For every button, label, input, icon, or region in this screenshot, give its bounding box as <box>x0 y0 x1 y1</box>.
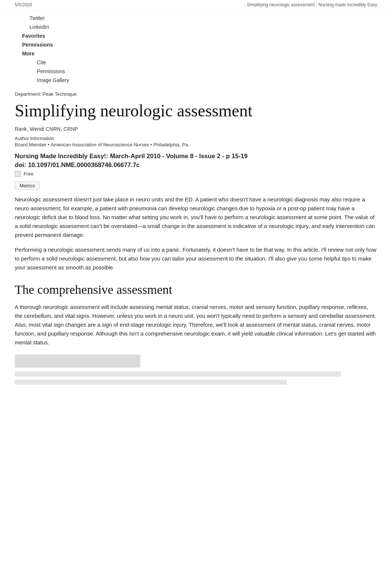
content-area: Department: Peak Technique Simplifying n… <box>0 85 392 402</box>
blurred-line-1 <box>15 371 341 377</box>
article-title: Simplifying neurologic assessment <box>15 101 377 121</box>
top-bar-title: Simplifying neurologic assessment : Nurs… <box>247 2 378 7</box>
blurred-line-2 <box>15 380 287 385</box>
metrics-button[interactable]: Metrics <box>15 181 40 190</box>
nav-linkedin[interactable]: LinkedIn <box>15 23 377 31</box>
nav-permissions-top[interactable]: Permissions <box>15 40 377 49</box>
nav-menu: Twitter LinkedIn Favorites Permissions M… <box>0 10 392 85</box>
nav-cite[interactable]: Cite <box>15 58 377 67</box>
author-affiliation: Board Member • American Association of N… <box>15 142 377 147</box>
nav-image-gallery[interactable]: Image Gallery <box>15 76 377 85</box>
nav-permissions-sub[interactable]: Permissions <box>15 67 377 76</box>
blurred-heading <box>15 354 140 368</box>
journal-citation: Nursing Made Incredibly Easy!: March-Apr… <box>15 153 377 160</box>
blurred-section <box>15 354 377 385</box>
free-badge-row: Free <box>15 171 377 177</box>
nav-twitter[interactable]: Twitter <box>15 14 377 23</box>
top-bar: 5/5/2020 Simplifying neurologic assessme… <box>0 0 392 10</box>
section-comprehensive: The comprehensive assessment <box>15 282 377 297</box>
author-info-label[interactable]: Author Information <box>15 136 377 141</box>
top-bar-date: 5/5/2020 <box>15 2 32 7</box>
body-paragraph-2: Performing a neurologic assessment sends… <box>15 245 377 272</box>
department-label: Department: Peak Technique <box>15 91 377 97</box>
nav-favorites[interactable]: Favorites <box>15 31 377 40</box>
free-checkbox <box>15 171 21 177</box>
doi-line: doi: 10.1097/01.NME.0000368746.06677.7c <box>15 161 377 169</box>
nav-more[interactable]: More <box>15 49 377 58</box>
body-paragraph-3: A thorough neurologic assessment will in… <box>15 303 377 347</box>
body-paragraph-1: Neurologic assessment doesn't just take … <box>15 195 377 239</box>
free-label: Free <box>24 171 34 177</box>
author-name: Rank, Wendi CNRN, CRNP <box>15 126 377 132</box>
